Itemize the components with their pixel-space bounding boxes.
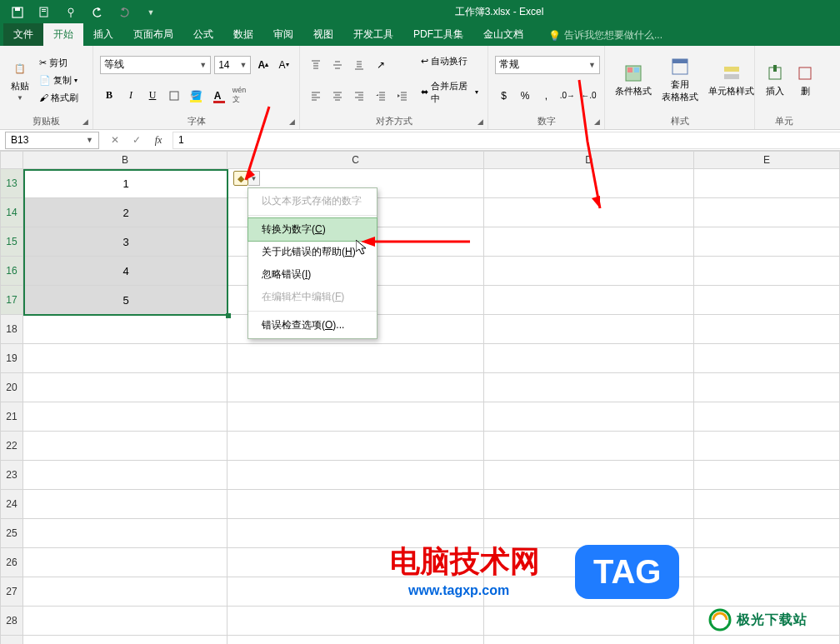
tab-layout[interactable]: 页面布局	[123, 23, 183, 46]
cell[interactable]	[484, 607, 694, 636]
tab-view[interactable]: 视图	[303, 23, 343, 46]
copy-button[interactable]: 📄复制▾	[37, 72, 81, 88]
cell[interactable]	[694, 227, 840, 257]
row-header[interactable]: 22	[0, 432, 23, 461]
format-painter-button[interactable]: 🖌格式刷	[37, 90, 81, 106]
cell[interactable]	[23, 548, 228, 577]
cell[interactable]	[484, 490, 694, 519]
row-header[interactable]: 27	[0, 577, 23, 607]
col-header-b[interactable]: B	[23, 151, 228, 169]
row-header[interactable]: 20	[0, 373, 23, 402]
cell[interactable]	[484, 227, 694, 257]
cell[interactable]	[484, 373, 694, 402]
cell[interactable]	[228, 636, 484, 644]
tab-insert[interactable]: 插入	[83, 23, 123, 46]
menu-options[interactable]: 错误检查选项(O)...	[248, 314, 377, 337]
tab-home[interactable]: 开始	[43, 23, 83, 46]
currency-button[interactable]: $	[495, 87, 512, 105]
font-grow-button[interactable]: A▴	[254, 56, 272, 74]
italic-button[interactable]: I	[122, 87, 140, 105]
align-middle-button[interactable]	[328, 56, 347, 74]
cell[interactable]	[23, 607, 228, 636]
qat-undo[interactable]	[85, 2, 110, 23]
wrap-text-button[interactable]: ↩自动换行	[418, 53, 481, 69]
fb-fx-button[interactable]: fx	[148, 131, 169, 149]
col-header-c[interactable]: C	[228, 151, 484, 169]
row-header[interactable]: 19	[0, 344, 23, 373]
align-bottom-button[interactable]	[350, 56, 368, 74]
cell[interactable]	[228, 432, 484, 461]
qat-redo[interactable]	[112, 2, 137, 23]
cell[interactable]	[23, 344, 228, 373]
border-button[interactable]	[165, 87, 183, 105]
cell[interactable]	[23, 286, 228, 315]
fill-color-button[interactable]: 🪣	[187, 87, 205, 105]
formula-input[interactable]: 1	[172, 132, 840, 149]
table-format-button[interactable]: 套用 表格格式	[658, 55, 702, 105]
underline-button[interactable]: U	[143, 87, 162, 105]
number-launcher[interactable]: ◢	[591, 116, 602, 127]
cell[interactable]	[694, 257, 840, 286]
col-header-e[interactable]: E	[694, 151, 840, 169]
tell-me[interactable]: 💡 告诉我您想要做什么...	[543, 25, 668, 46]
align-launcher[interactable]: ◢	[474, 116, 486, 127]
cell[interactable]	[484, 344, 694, 373]
number-format-combo[interactable]: 常规▼	[495, 56, 600, 74]
error-smarttag[interactable]: ◆ ▼	[233, 171, 260, 186]
cell[interactable]	[23, 461, 228, 490]
font-launcher[interactable]: ◢	[286, 116, 298, 127]
bold-button[interactable]: B	[100, 87, 118, 105]
row-header[interactable]: 25	[0, 519, 23, 548]
cell[interactable]	[694, 198, 840, 227]
insert-cells-button[interactable]: 插入	[762, 62, 788, 99]
cell[interactable]	[23, 432, 228, 461]
cell[interactable]	[694, 490, 840, 519]
cell[interactable]	[694, 169, 840, 198]
font-shrink-button[interactable]: A▾	[275, 56, 292, 74]
qat-save-as[interactable]	[32, 2, 57, 23]
cell[interactable]	[23, 490, 228, 519]
cell[interactable]	[23, 519, 228, 548]
row-header[interactable]: 16	[0, 257, 23, 286]
menu-help[interactable]: 关于此错误的帮助(H)	[248, 241, 377, 263]
qat-customize[interactable]: ▼	[138, 2, 163, 23]
align-center-button[interactable]	[328, 87, 347, 105]
menu-convert-to-number[interactable]: 转换为数字(C)	[248, 218, 377, 241]
cell[interactable]	[694, 373, 840, 402]
cell[interactable]	[484, 461, 694, 490]
row-header[interactable]: 28	[0, 607, 23, 636]
tab-jsdocs[interactable]: 金山文档	[473, 23, 533, 46]
cell[interactable]	[228, 373, 484, 402]
cut-button[interactable]: ✂剪切	[37, 55, 81, 71]
tab-formula[interactable]: 公式	[183, 23, 223, 46]
delete-cells-button[interactable]: 删	[792, 62, 818, 99]
tab-review[interactable]: 审阅	[263, 23, 303, 46]
align-top-button[interactable]	[307, 56, 325, 74]
cell[interactable]	[694, 286, 840, 315]
cell[interactable]	[484, 257, 694, 286]
align-left-button[interactable]	[307, 87, 325, 105]
cell[interactable]	[484, 432, 694, 461]
cell[interactable]	[23, 577, 228, 607]
menu-ignore[interactable]: 忽略错误(I)	[248, 263, 377, 286]
cell[interactable]	[23, 402, 228, 432]
tab-pdf[interactable]: PDF工具集	[403, 23, 473, 46]
row-header[interactable]: 23	[0, 461, 23, 490]
font-color-button[interactable]: A	[208, 87, 227, 105]
cell[interactable]	[694, 432, 840, 461]
font-family-combo[interactable]: 等线▼	[100, 56, 211, 74]
cell[interactable]	[23, 373, 228, 402]
row-header[interactable]: 13	[0, 169, 23, 198]
select-all-corner[interactable]	[0, 151, 23, 169]
qat-save[interactable]	[5, 2, 30, 23]
cell[interactable]	[694, 344, 840, 373]
row-header[interactable]: 17	[0, 286, 23, 315]
dec-decimal-button[interactable]: ←.0	[580, 87, 598, 105]
cell[interactable]	[228, 490, 484, 519]
tab-dev[interactable]: 开发工具	[343, 23, 403, 46]
cell[interactable]	[694, 315, 840, 344]
merge-button[interactable]: ⬌合并后居中▾	[418, 78, 481, 107]
cell[interactable]	[694, 461, 840, 490]
align-right-button[interactable]	[350, 87, 368, 105]
cell[interactable]	[694, 548, 840, 577]
